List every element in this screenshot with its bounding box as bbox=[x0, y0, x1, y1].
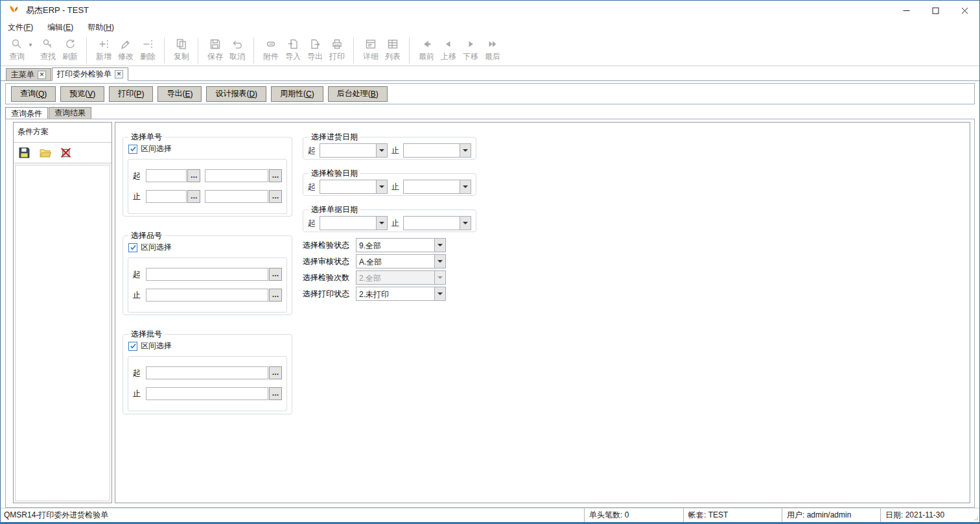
resize-grip[interactable] bbox=[974, 508, 979, 522]
from-label: 起 bbox=[308, 145, 316, 156]
open-scheme-icon[interactable] bbox=[39, 147, 51, 159]
background-process-button[interactable]: 后台处理(B) bbox=[328, 86, 388, 102]
toolbar-attachment-button[interactable]: 附件 bbox=[260, 37, 282, 62]
item-no-range-checkbox[interactable] bbox=[128, 243, 137, 252]
menu-edit[interactable]: 编辑(E) bbox=[47, 22, 73, 33]
tab-close-icon[interactable]: ✕ bbox=[38, 71, 46, 79]
lookup-button[interactable]: … bbox=[269, 289, 282, 302]
doc-no-to-input[interactable] bbox=[146, 190, 187, 203]
delete-scheme-icon[interactable] bbox=[60, 147, 72, 159]
toolbar-refresh-button[interactable]: 刷新 bbox=[59, 37, 81, 62]
lookup-button[interactable]: … bbox=[269, 268, 282, 281]
tab-print-inspection[interactable]: 打印委外检验单 ✕ bbox=[52, 67, 128, 81]
toolbar-move-up-button[interactable]: 上移 bbox=[438, 37, 460, 62]
lookup-button[interactable]: … bbox=[269, 366, 282, 379]
lookup-button[interactable]: … bbox=[269, 190, 282, 203]
tab-query-results[interactable]: 查询结果 bbox=[49, 107, 91, 119]
toolbar-move-down-button[interactable]: 下移 bbox=[460, 37, 482, 62]
receive-date-group-legend: 选择进货日期 bbox=[309, 132, 360, 143]
range-checkbox-label: 区间选择 bbox=[141, 143, 172, 154]
lookup-button[interactable]: … bbox=[269, 387, 282, 400]
doc-no-from-input-2[interactable] bbox=[205, 169, 268, 182]
export-button[interactable]: 导出(E) bbox=[158, 86, 202, 102]
print-status-combobox[interactable]: 2.未打印 bbox=[356, 287, 446, 301]
toolbar-edit-button[interactable]: 修改 bbox=[115, 37, 137, 62]
save-scheme-icon[interactable] bbox=[18, 147, 30, 159]
doc-date-from-combobox[interactable] bbox=[320, 216, 388, 230]
batch-no-range-checkbox[interactable] bbox=[128, 342, 137, 351]
lookup-button[interactable]: … bbox=[269, 169, 282, 182]
combo-value: A.全部 bbox=[356, 255, 434, 268]
close-button[interactable] bbox=[950, 1, 979, 20]
lookup-button[interactable]: … bbox=[187, 190, 200, 203]
status-bar: QMSR14-打印委外进货检验单 单头笔数: 0 帐套: TEST 用户: ad… bbox=[1, 508, 979, 522]
menu-bar: 文件(F) 编辑(E) 帮助(H) bbox=[1, 20, 979, 34]
dropdown-arrow-icon[interactable] bbox=[376, 180, 387, 193]
inspect-date-to-combobox[interactable] bbox=[403, 180, 471, 194]
dropdown-arrow-icon[interactable] bbox=[434, 239, 445, 252]
item-no-from-input[interactable] bbox=[146, 268, 268, 281]
combo-value bbox=[404, 180, 460, 193]
minimize-button[interactable] bbox=[892, 1, 921, 20]
toolbar-cancel-button[interactable]: 取消 bbox=[226, 37, 248, 62]
lookup-button[interactable]: … bbox=[187, 169, 200, 182]
dropdown-arrow-icon[interactable] bbox=[460, 144, 471, 157]
toolbar-label: 查找 bbox=[40, 51, 56, 62]
toolbar-separator bbox=[164, 38, 165, 64]
toolbar-export-button[interactable]: 导出 bbox=[304, 37, 326, 62]
toolbar-label: 修改 bbox=[118, 51, 134, 62]
menu-help[interactable]: 帮助(H) bbox=[88, 22, 114, 33]
menu-file[interactable]: 文件(F) bbox=[8, 22, 33, 33]
from-label: 起 bbox=[308, 218, 316, 229]
inspect-date-from-combobox[interactable] bbox=[320, 180, 388, 194]
toolbar-copy-button[interactable]: 复制 bbox=[170, 37, 192, 62]
dropdown-arrow-icon[interactable] bbox=[460, 180, 471, 193]
toolbar-find-button[interactable]: 查找 bbox=[37, 37, 59, 62]
audit-status-combobox[interactable]: A.全部 bbox=[356, 254, 446, 268]
toolbar-list-button[interactable]: 列表 bbox=[382, 37, 404, 62]
query-button[interactable]: 查询(Q) bbox=[11, 86, 56, 102]
doc-no-to-input-2[interactable] bbox=[205, 190, 268, 203]
dropdown-arrow-icon[interactable] bbox=[460, 217, 471, 230]
batch-no-to-input[interactable] bbox=[146, 387, 268, 400]
dropdown-arrow-icon[interactable] bbox=[434, 287, 445, 300]
periodic-button[interactable]: 周期性(C) bbox=[271, 86, 323, 102]
toolbar-print-button[interactable]: 打印 bbox=[326, 37, 348, 62]
item-no-to-input[interactable] bbox=[146, 289, 268, 302]
document-tab-bar: 主菜单 ✕ 打印委外检验单 ✕ bbox=[1, 67, 979, 81]
inspect-status-combobox[interactable]: 9.全部 bbox=[356, 238, 446, 252]
to-label: 止 bbox=[391, 182, 399, 193]
toolbar-last-button[interactable]: 最后 bbox=[482, 37, 504, 62]
toolbar-add-button[interactable]: 新增 bbox=[93, 37, 115, 62]
scheme-list[interactable] bbox=[15, 165, 110, 501]
preview-button[interactable]: 预览(V) bbox=[60, 86, 104, 102]
combo-value bbox=[320, 144, 376, 157]
chevron-down-icon[interactable]: ▼ bbox=[28, 42, 33, 48]
toolbar-first-button[interactable]: 最前 bbox=[415, 37, 438, 62]
tab-query-conditions[interactable]: 查询条件 bbox=[5, 107, 48, 119]
doc-no-group-legend: 选择单号 bbox=[128, 132, 165, 143]
receive-date-to-combobox[interactable] bbox=[403, 143, 471, 158]
maximize-button[interactable] bbox=[921, 1, 950, 20]
toolbar-detail-button[interactable]: 详细 bbox=[360, 37, 382, 62]
toolbar-separator bbox=[198, 38, 198, 64]
toolbar-query-button[interactable]: 查询 bbox=[6, 37, 28, 62]
toolbar-label: 新增 bbox=[96, 51, 111, 62]
toolbar-delete-button[interactable]: 删除 bbox=[137, 37, 159, 62]
doc-no-from-input[interactable] bbox=[146, 169, 187, 182]
doc-date-to-combobox[interactable] bbox=[403, 216, 471, 230]
dropdown-arrow-icon[interactable] bbox=[376, 144, 387, 157]
range-checkbox-label: 区间选择 bbox=[141, 242, 172, 253]
title-bar: 易杰ERP - TEST bbox=[1, 1, 979, 20]
design-report-button[interactable]: 设计报表(D) bbox=[206, 86, 266, 102]
tab-main-menu[interactable]: 主菜单 ✕ bbox=[6, 68, 51, 80]
print-button[interactable]: 打印(P) bbox=[109, 86, 153, 102]
toolbar-save-button[interactable]: 保存 bbox=[204, 37, 226, 62]
receive-date-from-combobox[interactable] bbox=[320, 143, 388, 158]
doc-no-range-checkbox[interactable] bbox=[128, 145, 137, 154]
dropdown-arrow-icon[interactable] bbox=[376, 217, 387, 230]
dropdown-arrow-icon[interactable] bbox=[434, 255, 445, 268]
batch-no-from-input[interactable] bbox=[146, 366, 268, 379]
tab-close-icon[interactable]: ✕ bbox=[115, 70, 123, 78]
toolbar-import-button[interactable]: 导入 bbox=[282, 37, 304, 62]
